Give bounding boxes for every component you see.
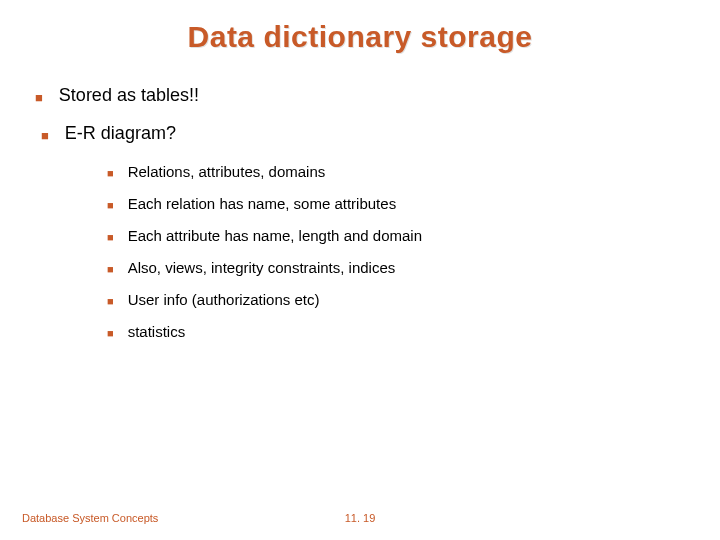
square-bullet-icon: ■ [107,294,114,309]
square-bullet-icon: ■ [107,166,114,181]
bullet-level2: ■ Also, views, integrity constraints, in… [107,259,685,277]
square-bullet-icon: ■ [107,326,114,341]
bullet-level2: ■ Each attribute has name, length and do… [107,227,685,245]
bullet-level1: ■ Stored as tables!! [35,85,685,107]
bullet-text: statistics [128,323,186,340]
bullet-level2: ■ User info (authorizations etc) [107,291,685,309]
square-bullet-icon: ■ [107,198,114,213]
square-bullet-icon: ■ [107,262,114,277]
bullet-text: Stored as tables!! [59,85,199,106]
footer-page-number: 11. 19 [0,512,720,524]
square-bullet-icon: ■ [41,127,49,145]
bullet-level1: ■ E-R diagram? [35,123,685,145]
bullet-text: Also, views, integrity constraints, indi… [128,259,396,276]
bullet-text: Each relation has name, some attributes [128,195,396,212]
bullet-text: Each attribute has name, length and doma… [128,227,422,244]
bullet-level2: ■ statistics [107,323,685,341]
bullet-level2: ■ Relations, attributes, domains [107,163,685,181]
square-bullet-icon: ■ [35,89,43,107]
bullet-text: E-R diagram? [65,123,176,144]
slide-title: Data dictionary storage [0,20,720,54]
sub-bullet-list: ■ Relations, attributes, domains ■ Each … [107,163,685,341]
bullet-level2: ■ Each relation has name, some attribute… [107,195,685,213]
square-bullet-icon: ■ [107,230,114,245]
bullet-text: Relations, attributes, domains [128,163,326,180]
content-area: ■ Stored as tables!! ■ E-R diagram? ■ Re… [35,85,685,355]
bullet-text: User info (authorizations etc) [128,291,320,308]
slide: Data dictionary storage ■ Stored as tabl… [0,0,720,540]
